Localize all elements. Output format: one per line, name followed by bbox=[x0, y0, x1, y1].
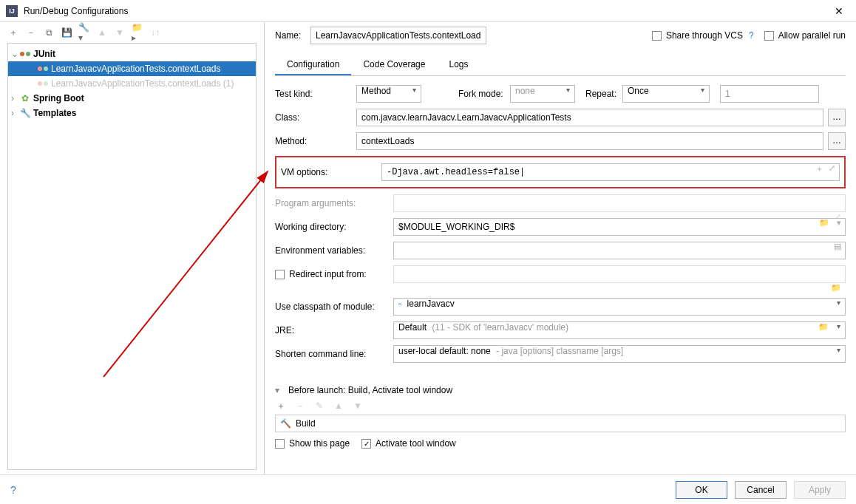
jre-select[interactable]: Default (11 - SDK of 'learnJavacv' modul… bbox=[393, 321, 846, 339]
before-launch-header[interactable]: ▾ Before launch: Build, Activate tool wi… bbox=[275, 385, 846, 395]
dialog-footer: ? OK Cancel Apply bbox=[0, 474, 856, 504]
repeat-label: Repeat: bbox=[585, 89, 622, 99]
add-macro-icon[interactable]: ＋ bbox=[815, 163, 823, 174]
share-vcs-checkbox[interactable] bbox=[652, 31, 662, 41]
config-form-panel: Name: Share through VCS ? Allow parallel… bbox=[265, 22, 856, 474]
move-up-icon[interactable]: ▲ bbox=[333, 400, 344, 412]
expand-icon[interactable]: ⤢ bbox=[829, 163, 835, 173]
activate-tool-label: Activate tool window bbox=[376, 438, 456, 449]
fork-mode-select[interactable]: none bbox=[510, 85, 575, 103]
remove-icon[interactable]: － bbox=[294, 400, 306, 412]
tree-toolbar: ＋ － ⧉ 💾 🔧▾ ▲ ▼ 📁▸ ↓↑ bbox=[0, 27, 264, 43]
save-icon[interactable]: 💾 bbox=[61, 27, 72, 38]
tree-node-selected[interactable]: LearnJavacvApplicationTests.contextLoads bbox=[8, 61, 256, 76]
before-launch-task-build[interactable]: 🔨 Build bbox=[275, 415, 846, 432]
name-input[interactable] bbox=[310, 27, 486, 44]
tree-node-junit[interactable]: ⌄ JUnit bbox=[8, 47, 256, 61]
folder-icon[interactable]: 📁 bbox=[818, 322, 829, 332]
parallel-label: Allow parallel run bbox=[778, 30, 846, 41]
shorten-cmd-label: Shorten command line: bbox=[275, 349, 393, 359]
class-browse-button[interactable]: … bbox=[828, 109, 846, 126]
program-args-input bbox=[393, 194, 846, 212]
cancel-button[interactable]: Cancel bbox=[735, 481, 787, 499]
program-args-label: Program arguments: bbox=[275, 198, 393, 208]
working-dir-label: Working directory: bbox=[275, 222, 393, 232]
tree-label: LearnJavacvApplicationTests.contextLoads… bbox=[51, 78, 234, 89]
folder-icon[interactable]: 📁▸ bbox=[132, 27, 143, 38]
class-label: Class: bbox=[275, 112, 356, 123]
vm-options-input[interactable] bbox=[381, 163, 840, 181]
fork-mode-label: Fork mode: bbox=[458, 89, 510, 99]
tree-label: LearnJavacvApplicationTests.contextLoads bbox=[51, 64, 220, 74]
show-page-label: Show this page bbox=[289, 438, 350, 449]
repeat-select[interactable]: Once bbox=[622, 85, 710, 103]
apply-button[interactable]: Apply bbox=[794, 481, 846, 499]
classpath-label: Use classpath of module: bbox=[275, 302, 393, 312]
class-input[interactable] bbox=[356, 109, 823, 126]
redirect-input-label: Redirect input from: bbox=[289, 269, 367, 279]
method-input[interactable] bbox=[356, 132, 823, 150]
before-launch-toolbar: ＋ － ✎ ▲ ▼ bbox=[275, 400, 846, 412]
module-icon: ▫ bbox=[398, 299, 401, 309]
help-icon[interactable]: ? bbox=[749, 30, 754, 41]
copy-icon[interactable]: ⧉ bbox=[43, 27, 55, 38]
classpath-select[interactable]: ▫ learnJavacv bbox=[393, 298, 846, 316]
env-vars-label: Environment variables: bbox=[275, 245, 393, 256]
tab-logs[interactable]: Logs bbox=[437, 55, 480, 75]
env-vars-input[interactable] bbox=[393, 242, 846, 259]
hammer-icon: 🔨 bbox=[280, 418, 291, 429]
activate-tool-checkbox[interactable] bbox=[361, 439, 371, 449]
vm-options-highlight: VM options: ＋ ⤢ bbox=[275, 156, 846, 188]
sort-icon[interactable]: ↓↑ bbox=[149, 27, 161, 38]
app-icon: IJ bbox=[6, 5, 18, 17]
help-icon[interactable]: ? bbox=[10, 484, 16, 496]
working-dir-input[interactable] bbox=[393, 218, 846, 236]
repeat-count-input[interactable] bbox=[720, 85, 819, 103]
config-tree-panel: ＋ － ⧉ 💾 🔧▾ ▲ ▼ 📁▸ ↓↑ ⌄ JUnit LearnJavacv… bbox=[0, 22, 265, 474]
tree-label: JUnit bbox=[33, 49, 55, 59]
tree-node-spring[interactable]: › ✿ Spring Boot bbox=[8, 91, 256, 106]
folder-icon: 📁 bbox=[831, 283, 841, 293]
window-title: Run/Debug Configurations bbox=[24, 6, 828, 16]
test-kind-label: Test kind: bbox=[275, 89, 356, 99]
tab-code-coverage[interactable]: Code Coverage bbox=[351, 55, 437, 75]
remove-icon[interactable]: － bbox=[25, 27, 37, 38]
shorten-cmd-select[interactable]: user-local default: none - java [options… bbox=[393, 345, 846, 363]
add-icon[interactable]: ＋ bbox=[275, 400, 287, 412]
list-icon[interactable]: ▤ bbox=[834, 242, 841, 251]
move-down-icon[interactable]: ▼ bbox=[114, 27, 126, 38]
tab-bar: Configuration Code Coverage Logs bbox=[275, 55, 846, 76]
method-label: Method: bbox=[275, 136, 356, 146]
ok-button[interactable]: OK bbox=[676, 481, 727, 499]
form-area: Test kind: Method Fork mode: none Repeat… bbox=[275, 85, 846, 474]
jre-label: JRE: bbox=[275, 325, 393, 336]
config-tree[interactable]: ⌄ JUnit LearnJavacvApplicationTests.cont… bbox=[7, 43, 257, 470]
chevron-down-icon[interactable]: ▾ bbox=[837, 218, 841, 228]
share-vcs-label: Share through VCS bbox=[666, 30, 743, 41]
edit-icon[interactable]: ✎ bbox=[313, 400, 325, 412]
tree-node-dimmed[interactable]: LearnJavacvApplicationTests.contextLoads… bbox=[8, 76, 256, 91]
add-icon[interactable]: ＋ bbox=[7, 27, 19, 38]
build-label: Build bbox=[296, 418, 316, 429]
close-icon[interactable]: ✕ bbox=[828, 5, 850, 17]
name-label: Name: bbox=[275, 30, 310, 41]
parallel-checkbox[interactable] bbox=[764, 31, 774, 41]
move-down-icon[interactable]: ▼ bbox=[352, 400, 364, 412]
test-kind-select[interactable]: Method bbox=[356, 85, 421, 103]
before-launch-title: Before launch: Build, Activate tool wind… bbox=[288, 385, 452, 395]
vm-options-label: VM options: bbox=[281, 167, 381, 177]
tree-node-templates[interactable]: › 🔧 Templates bbox=[8, 106, 256, 120]
tab-configuration[interactable]: Configuration bbox=[275, 55, 351, 75]
move-up-icon[interactable]: ▲ bbox=[96, 27, 108, 38]
before-launch-section: ▾ Before launch: Build, Activate tool wi… bbox=[275, 385, 846, 449]
tree-label: Spring Boot bbox=[33, 93, 84, 103]
folder-icon[interactable]: 📁 bbox=[819, 218, 829, 228]
titlebar: IJ Run/Debug Configurations ✕ bbox=[0, 0, 856, 22]
method-browse-button[interactable]: … bbox=[828, 132, 846, 150]
wrench-icon[interactable]: 🔧▾ bbox=[78, 27, 90, 38]
tree-label: Templates bbox=[33, 108, 76, 118]
redirect-input-field bbox=[393, 265, 846, 283]
show-page-checkbox[interactable] bbox=[275, 439, 285, 449]
redirect-input-checkbox[interactable] bbox=[275, 270, 285, 279]
